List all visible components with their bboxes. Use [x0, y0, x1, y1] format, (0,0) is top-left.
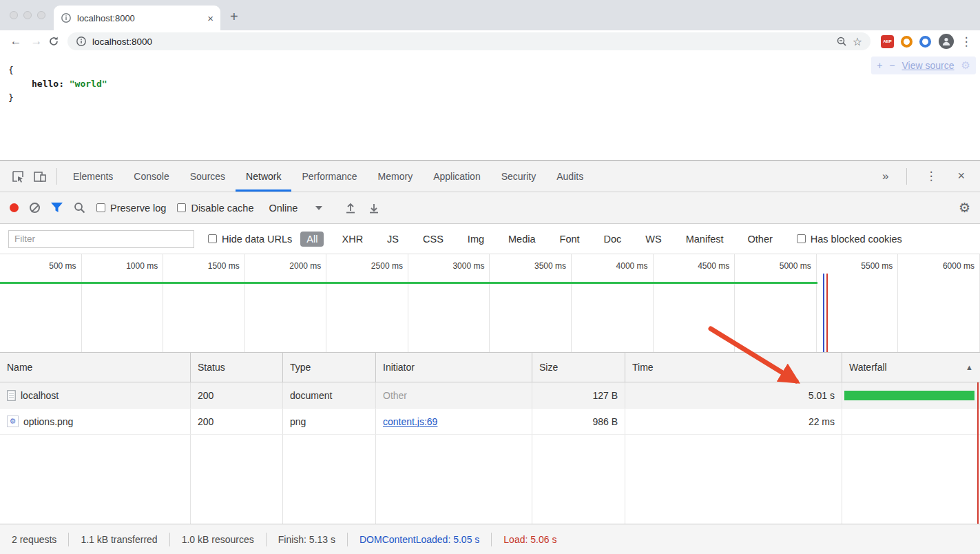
- new-tab-button[interactable]: +: [230, 10, 238, 23]
- has-blocked-cookies-checkbox[interactable]: Has blocked cookies: [797, 234, 902, 245]
- devtools-tab-performance[interactable]: Performance: [291, 161, 367, 192]
- column-header-time[interactable]: Time: [625, 353, 842, 382]
- request-size-cell[interactable]: 127 B: [532, 382, 625, 409]
- type-filter-xhr[interactable]: XHR: [335, 232, 369, 247]
- transferred-size: 1.1 kB transferred: [69, 533, 169, 546]
- hide-data-urls-label: Hide data URLs: [222, 234, 292, 245]
- devtools-menu-icon[interactable]: ⋮: [915, 169, 946, 183]
- network-timeline-overview[interactable]: 500 ms 1000 ms 1500 ms 2000 ms 2500 ms 3…: [0, 254, 980, 353]
- resources-size: 1.0 kB resources: [170, 533, 267, 546]
- window-minimize-button[interactable]: [23, 11, 32, 19]
- type-filter-css[interactable]: CSS: [417, 232, 450, 247]
- devtools-close-icon[interactable]: ×: [949, 169, 973, 183]
- timeline-tick: 4000 ms: [572, 254, 654, 352]
- timeline-tick: 500 ms: [0, 254, 82, 352]
- adblock-extension-icon[interactable]: ABP: [881, 35, 894, 48]
- request-status-cell[interactable]: 200: [191, 382, 283, 409]
- request-initiator-cell[interactable]: Other: [376, 382, 532, 409]
- request-size-cell[interactable]: 986 B: [532, 409, 625, 435]
- window-zoom-button[interactable]: [37, 11, 45, 19]
- blue-extension-icon[interactable]: [919, 36, 931, 48]
- resource-type-filters: All XHR JS CSS Img Media Font Doc WS Man…: [300, 232, 778, 247]
- request-waterfall-cell[interactable]: [842, 382, 980, 409]
- bookmark-star-icon[interactable]: ☆: [853, 35, 862, 48]
- refresh-button[interactable]: [48, 36, 59, 47]
- filter-input[interactable]: [8, 230, 194, 248]
- column-header-name[interactable]: Name: [0, 353, 191, 382]
- window-controls: [10, 11, 45, 19]
- type-filter-img[interactable]: Img: [461, 232, 490, 247]
- throttling-select[interactable]: Online: [269, 203, 322, 214]
- request-name-cell[interactable]: ⚙ options.png: [0, 409, 191, 435]
- preserve-log-checkbox[interactable]: Preserve log: [96, 203, 166, 214]
- type-filter-ws[interactable]: WS: [639, 232, 667, 247]
- request-type-cell[interactable]: document: [283, 382, 376, 409]
- back-button[interactable]: ←: [7, 34, 25, 48]
- clear-button[interactable]: [30, 203, 40, 213]
- json-collapse-button[interactable]: −: [889, 60, 895, 71]
- column-header-size[interactable]: Size: [532, 353, 625, 382]
- table-filler: [0, 435, 191, 524]
- import-har-icon[interactable]: [344, 202, 357, 214]
- devtools-tab-sources[interactable]: Sources: [180, 161, 236, 192]
- initiator-link[interactable]: content.js:69: [383, 416, 437, 427]
- device-toolbar-icon[interactable]: [31, 167, 49, 185]
- omnibox[interactable]: localhost:8000 ☆: [67, 32, 870, 50]
- network-filter-row: Hide data URLs All XHR JS CSS Img Media …: [0, 224, 980, 254]
- type-filter-other[interactable]: Other: [742, 232, 779, 247]
- more-tabs-icon[interactable]: »: [873, 170, 898, 183]
- tab-favicon-info-icon: [61, 12, 72, 23]
- column-header-type[interactable]: Type: [283, 353, 376, 382]
- window-close-button[interactable]: [10, 11, 18, 19]
- column-header-waterfall[interactable]: Waterfall ▲: [842, 353, 980, 382]
- type-filter-font[interactable]: Font: [554, 232, 586, 247]
- view-source-link[interactable]: View source: [902, 60, 955, 71]
- throttling-value: Online: [269, 203, 298, 214]
- forward-button[interactable]: →: [28, 34, 45, 48]
- type-filter-doc[interactable]: Doc: [598, 232, 628, 247]
- column-header-status[interactable]: Status: [191, 353, 283, 382]
- request-type-cell[interactable]: png: [283, 409, 376, 435]
- table-filler: [842, 435, 980, 524]
- zoom-icon[interactable]: [836, 36, 847, 47]
- request-status-cell[interactable]: 200: [191, 409, 283, 435]
- request-time-cell[interactable]: 22 ms: [625, 409, 842, 435]
- type-filter-manifest[interactable]: Manifest: [680, 232, 730, 247]
- devtools-tab-elements[interactable]: Elements: [63, 161, 123, 192]
- column-header-initiator[interactable]: Initiator: [376, 353, 532, 382]
- network-settings-gear-icon[interactable]: ⚙: [959, 200, 970, 216]
- search-icon[interactable]: [74, 202, 85, 214]
- devtools-tab-application[interactable]: Application: [423, 161, 491, 192]
- type-filter-all[interactable]: All: [300, 232, 324, 247]
- network-requests-table: Name Status Type Initiator Size Time Wat…: [0, 353, 980, 524]
- filter-funnel-icon[interactable]: [51, 203, 63, 213]
- type-filter-js[interactable]: JS: [381, 232, 405, 247]
- devtools-tab-security[interactable]: Security: [491, 161, 547, 192]
- inspect-element-icon[interactable]: [9, 167, 27, 185]
- devtools-tab-audits[interactable]: Audits: [546, 161, 594, 192]
- devtools-tab-memory[interactable]: Memory: [368, 161, 424, 192]
- hide-data-urls-checkbox[interactable]: Hide data URLs: [208, 234, 292, 245]
- request-name-cell[interactable]: localhost: [0, 382, 191, 409]
- orange-extension-icon[interactable]: [901, 36, 913, 48]
- type-filter-media[interactable]: Media: [502, 232, 542, 247]
- browser-tab[interactable]: localhost:8000 ×: [54, 6, 220, 30]
- request-waterfall-cell[interactable]: [842, 409, 980, 435]
- profile-avatar[interactable]: [939, 34, 954, 49]
- devtools-tab-console[interactable]: Console: [123, 161, 179, 192]
- url-text[interactable]: localhost:8000: [92, 37, 831, 47]
- timeline-request-bar: [0, 282, 817, 284]
- export-har-icon[interactable]: [368, 202, 380, 214]
- browser-menu-icon[interactable]: ⋮: [959, 34, 973, 49]
- record-button[interactable]: [10, 203, 19, 212]
- json-settings-gear-icon[interactable]: ⚙: [961, 59, 970, 72]
- timeline-tick: 6000 ms: [898, 254, 980, 352]
- devtools-tab-network[interactable]: Network: [236, 161, 291, 192]
- disable-cache-checkbox[interactable]: Disable cache: [177, 203, 253, 214]
- json-expand-button[interactable]: +: [877, 60, 882, 71]
- request-time-cell[interactable]: 5.01 s: [625, 382, 842, 409]
- tab-close-icon[interactable]: ×: [207, 13, 213, 23]
- request-initiator-cell[interactable]: content.js:69: [376, 409, 532, 435]
- page-info-icon[interactable]: [76, 36, 87, 47]
- table-filler: [283, 435, 376, 524]
